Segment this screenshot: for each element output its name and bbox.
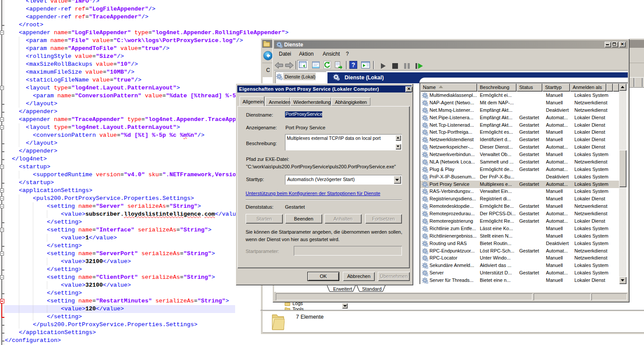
svg-text:?: ? — [352, 61, 355, 68]
svg-text:Erweitert: Erweitert — [333, 286, 352, 292]
svg-text:Standard: Standard — [362, 286, 382, 292]
